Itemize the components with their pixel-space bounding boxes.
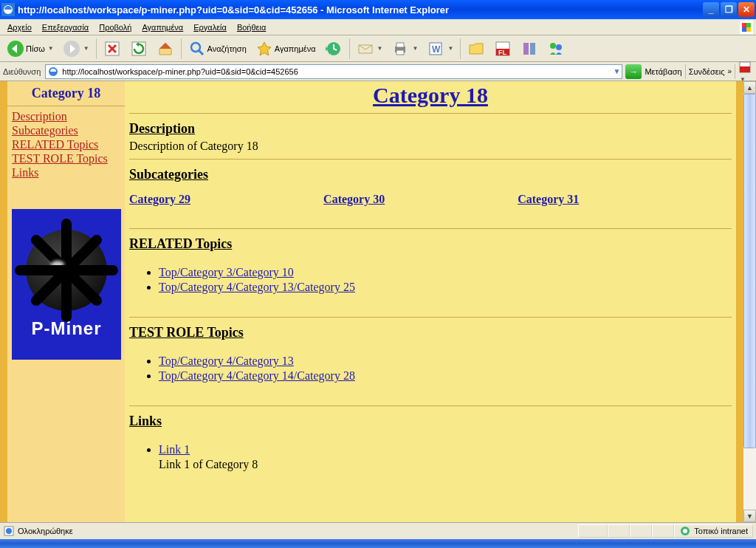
- pminer-logo: P-Miner: [12, 209, 121, 360]
- search-label: Αναζήτηση: [207, 44, 247, 53]
- toolbar: Πίσω▼ ▼ Αναζήτηση Αγαπημένα ▼ ▼ W▼ FL: [0, 35, 756, 62]
- menu-tools[interactable]: Εργαλεία: [189, 21, 231, 33]
- address-input[interactable]: http://localhost/workspace/p-miner.php?u…: [45, 64, 622, 79]
- related-link-1[interactable]: Top/Category 3/Category 10: [159, 266, 294, 278]
- intranet-icon: [679, 525, 691, 537]
- nav-links[interactable]: Links: [12, 165, 120, 179]
- link-1-desc: Link 1 of Category 8: [159, 458, 258, 470]
- links-label: Συνδέσεις: [689, 67, 725, 76]
- links-chevron-icon[interactable]: »: [727, 67, 732, 75]
- fl-button[interactable]: FL: [490, 38, 515, 60]
- window-titlebar: http://localhost/workspace/p-miner.php?u…: [0, 0, 756, 19]
- testrole-link-2[interactable]: Top/Category 4/Category 14/Category 28: [159, 369, 355, 382]
- nav-description[interactable]: Description: [12, 109, 120, 123]
- testrole-link-1[interactable]: Top/Category 4/Category 13: [159, 355, 294, 367]
- scroll-up-icon[interactable]: ▲: [743, 81, 756, 94]
- list-item: Link 1 Link 1 of Category 8: [159, 442, 732, 472]
- main-content: Category 18 Description Description of C…: [125, 81, 736, 522]
- section-testrole-heading: TEST ROLE Topics: [129, 325, 732, 340]
- svg-text:FL: FL: [498, 49, 506, 56]
- list-item: Top/Category 4/Category 14/Category 28: [159, 369, 732, 383]
- nav-subcategories[interactable]: Subcategories: [12, 123, 120, 137]
- nav-testrole[interactable]: TEST ROLE Topics: [12, 151, 120, 165]
- page-done-icon: [3, 525, 15, 537]
- svg-point-25: [6, 528, 12, 534]
- svg-rect-16: [523, 43, 529, 55]
- address-url: http://localhost/workspace/p-miner.php?u…: [62, 67, 298, 76]
- pdf-button[interactable]: ▼: [738, 61, 753, 83]
- edit-button[interactable]: W▼: [423, 38, 457, 60]
- list-item: Top/Category 3/Category 10: [159, 265, 732, 280]
- description-text: Description of Category 18: [129, 140, 732, 153]
- svg-rect-23: [740, 66, 750, 72]
- go-label: Μετάβαση: [645, 67, 681, 76]
- home-button[interactable]: [153, 38, 178, 60]
- list-item: Top/Category 4/Category 13/Category 25: [159, 280, 732, 295]
- section-links-heading: Links: [129, 414, 732, 429]
- status-text: Ολοκληρώθηκε: [18, 527, 73, 535]
- scroll-thumb[interactable]: [743, 94, 756, 448]
- svg-point-27: [683, 529, 687, 533]
- refresh-button[interactable]: [126, 38, 151, 60]
- print-button[interactable]: ▼: [388, 38, 422, 60]
- page-title-link[interactable]: Category 18: [373, 83, 488, 107]
- favorites-button[interactable]: Αγαπημένα: [252, 38, 320, 60]
- address-label: Διεύθυνση: [3, 67, 42, 76]
- subcat-link-30[interactable]: Category 30: [323, 193, 385, 206]
- menu-help[interactable]: Βοήθεια: [233, 21, 270, 33]
- research-button[interactable]: [517, 38, 542, 60]
- status-bar: Ολοκληρώθηκε Τοπικό intranet: [0, 523, 756, 539]
- svg-rect-9: [396, 43, 404, 47]
- vertical-scrollbar[interactable]: ▲ ▼: [743, 81, 756, 522]
- svg-rect-17: [530, 43, 535, 55]
- svg-point-19: [556, 44, 562, 50]
- address-bar: Διεύθυνση http://localhost/workspace/p-m…: [0, 62, 756, 81]
- stop-button[interactable]: [100, 38, 125, 60]
- menu-view[interactable]: Προβολή: [94, 21, 136, 33]
- search-button[interactable]: Αναζήτηση: [185, 38, 250, 60]
- menu-edit[interactable]: Επεξεργασία: [38, 21, 93, 33]
- menu-favorites[interactable]: Αγαπημένα: [137, 21, 188, 33]
- maximize-button[interactable]: ❐: [721, 2, 737, 17]
- subcat-link-29[interactable]: Category 29: [129, 193, 190, 206]
- svg-rect-10: [396, 50, 404, 55]
- forward-button[interactable]: ▼: [59, 38, 93, 60]
- svg-point-18: [550, 43, 556, 49]
- page-icon: [47, 66, 59, 78]
- zone-cell: Τοπικό intranet: [674, 524, 753, 538]
- back-label: Πίσω: [26, 44, 45, 53]
- subcat-link-31[interactable]: Category 31: [518, 193, 579, 206]
- fav-label: Αγαπημένα: [275, 44, 316, 53]
- scroll-down-icon[interactable]: ▼: [743, 510, 756, 522]
- mail-button[interactable]: ▼: [353, 38, 387, 60]
- close-button[interactable]: ✕: [738, 2, 755, 17]
- address-dropdown-icon[interactable]: ▼: [614, 67, 621, 75]
- minimize-button[interactable]: _: [703, 2, 719, 17]
- back-button[interactable]: Πίσω▼: [3, 38, 58, 60]
- link-1[interactable]: Link 1: [159, 443, 190, 456]
- messenger-button[interactable]: [543, 38, 568, 60]
- scroll-track[interactable]: [743, 94, 756, 510]
- go-button[interactable]: →: [625, 64, 642, 79]
- window-title: http://localhost/workspace/p-miner.php?u…: [18, 4, 449, 16]
- taskbar-sliver: [0, 539, 756, 548]
- zone-text: Τοπικό intranet: [694, 527, 748, 535]
- ie-icon: [1, 3, 15, 16]
- section-description-heading: Description: [129, 121, 732, 137]
- nav-related[interactable]: RELATED Topics: [12, 137, 120, 151]
- list-item: Top/Category 4/Category 13: [159, 354, 732, 369]
- menu-file[interactable]: Αρχείο: [3, 21, 36, 33]
- content-viewport: Category 18 Description Subcategories RE…: [0, 81, 756, 523]
- svg-text:W: W: [432, 44, 441, 55]
- menu-bar: Αρχείο Επεξεργασία Προβολή Αγαπημένα Εργ…: [0, 19, 756, 35]
- section-related-heading: RELATED Topics: [129, 236, 732, 252]
- related-link-2[interactable]: Top/Category 4/Category 13/Category 25: [159, 281, 355, 293]
- history-button[interactable]: [321, 38, 346, 60]
- sidebar: Category 18 Description Subcategories RE…: [7, 81, 125, 522]
- folder-button[interactable]: [464, 38, 489, 60]
- sidebar-title: Category 18: [12, 86, 120, 101]
- section-subcategories-heading: Subcategories: [129, 167, 732, 182]
- throbber-icon: [740, 21, 753, 34]
